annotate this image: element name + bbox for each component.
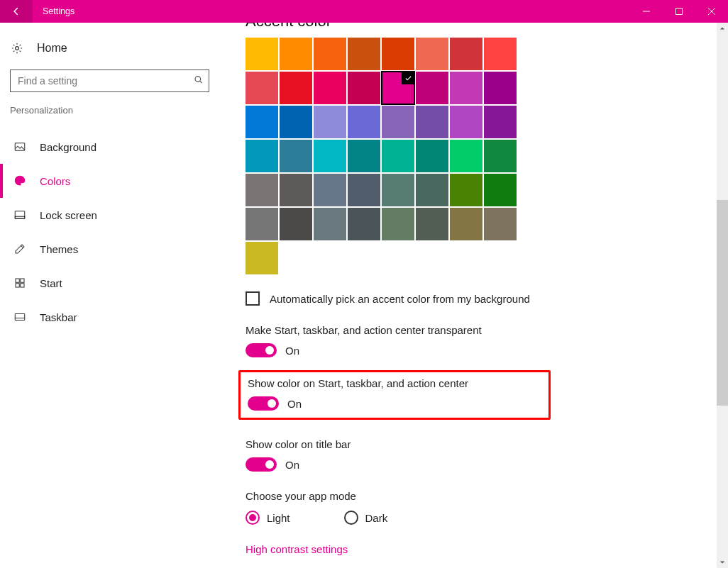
color-swatch[interactable] (382, 106, 414, 138)
color-swatch[interactable] (484, 106, 517, 138)
color-swatch[interactable] (314, 174, 346, 206)
color-swatch[interactable] (348, 174, 380, 206)
minimize-button[interactable] (630, 0, 663, 23)
sidebar-item-label: Themes (40, 243, 78, 255)
color-swatch[interactable] (348, 140, 380, 172)
sidebar-item-label: Start (40, 277, 62, 289)
color-swatch[interactable] (484, 38, 517, 70)
high-contrast-link[interactable]: High contrast settings (246, 543, 348, 555)
radio-icon (246, 511, 260, 525)
sidebar-item-taskbar[interactable]: Taskbar (0, 300, 219, 334)
svg-rect-15 (16, 284, 19, 287)
color-swatch[interactable] (246, 106, 278, 138)
scrollbar-track[interactable] (717, 23, 728, 568)
back-button[interactable] (0, 0, 33, 23)
taskbar-icon (13, 311, 27, 323)
color-swatch[interactable] (280, 106, 312, 138)
sidebar-item-label: Lock screen (40, 209, 97, 221)
color-swatch[interactable] (246, 140, 278, 172)
svg-rect-13 (16, 279, 19, 282)
app-mode-label: Choose your app mode (246, 490, 728, 502)
color-grid-extra (246, 242, 728, 274)
show-color-start-toggle[interactable] (248, 396, 279, 411)
scroll-up-icon[interactable] (717, 23, 728, 34)
color-swatch[interactable] (484, 174, 517, 206)
color-swatch[interactable] (416, 208, 448, 240)
auto-pick-label: Automatically pick an accent color from … (270, 293, 530, 305)
color-swatch[interactable] (348, 38, 380, 70)
close-button[interactable] (695, 0, 728, 23)
color-swatch[interactable] (314, 72, 346, 104)
color-swatch[interactable] (450, 106, 482, 138)
scroll-down-icon[interactable] (717, 557, 728, 568)
color-swatch[interactable] (314, 140, 346, 172)
radio-label: Dark (365, 512, 388, 524)
color-swatch[interactable] (246, 174, 278, 206)
color-swatch[interactable] (484, 140, 517, 172)
color-swatch[interactable] (450, 140, 482, 172)
color-swatch[interactable] (280, 140, 312, 172)
show-color-title-toggle[interactable] (246, 457, 277, 472)
color-swatch[interactable] (450, 174, 482, 206)
color-swatch[interactable] (484, 208, 517, 240)
auto-pick-checkbox[interactable]: Automatically pick an accent color from … (246, 291, 728, 306)
color-swatch[interactable] (450, 208, 482, 240)
color-swatch[interactable] (382, 38, 414, 70)
scrollbar-thumb[interactable] (717, 200, 728, 406)
color-swatch[interactable] (314, 106, 346, 138)
home-nav[interactable]: Home (0, 34, 219, 62)
color-swatch[interactable] (280, 174, 312, 206)
svg-rect-1 (676, 9, 683, 15)
sidebar-item-start[interactable]: Start (0, 266, 219, 300)
color-swatch[interactable] (450, 72, 482, 104)
color-swatch[interactable] (382, 208, 414, 240)
palette-icon (13, 174, 27, 187)
color-swatch[interactable] (246, 242, 278, 274)
color-swatch[interactable] (314, 38, 346, 70)
color-swatch[interactable] (416, 72, 448, 104)
svg-rect-11 (15, 211, 25, 219)
sidebar-item-lock-screen[interactable]: Lock screen (0, 198, 219, 232)
color-swatch[interactable] (348, 72, 380, 104)
color-swatch[interactable] (450, 38, 482, 70)
color-swatch[interactable] (314, 208, 346, 240)
color-swatch[interactable] (382, 174, 414, 206)
svg-rect-7 (15, 143, 25, 151)
svg-rect-14 (21, 279, 24, 282)
radio-label: Light (267, 512, 290, 524)
color-swatch[interactable] (280, 208, 312, 240)
search-input[interactable] (10, 69, 209, 92)
color-swatch[interactable] (246, 208, 278, 240)
color-swatch[interactable] (246, 38, 278, 70)
accent-color-heading: Accent color (246, 23, 728, 30)
sidebar-item-colors[interactable]: Colors (0, 164, 219, 198)
color-swatch[interactable] (246, 72, 278, 104)
color-swatch[interactable] (348, 208, 380, 240)
show-color-title-state: On (285, 459, 299, 471)
color-swatch[interactable] (416, 38, 448, 70)
section-heading: Personalization (0, 102, 219, 121)
svg-rect-16 (21, 284, 24, 287)
color-swatch[interactable] (416, 174, 448, 206)
app-mode-dark[interactable]: Dark (344, 511, 388, 525)
color-swatch[interactable] (484, 72, 517, 104)
color-swatch[interactable] (382, 140, 414, 172)
color-swatch[interactable] (416, 140, 448, 172)
color-swatch[interactable] (348, 106, 380, 138)
svg-point-8 (17, 179, 18, 181)
lock-screen-icon (13, 208, 27, 221)
color-swatch[interactable] (280, 38, 312, 70)
search-box[interactable] (10, 69, 209, 92)
sidebar-item-background[interactable]: Background (0, 130, 219, 164)
show-color-title-label: Show color on title bar (246, 438, 728, 450)
sidebar-item-label: Background (40, 141, 96, 153)
transparent-toggle[interactable] (246, 343, 277, 357)
color-swatch[interactable] (416, 106, 448, 138)
sidebar-item-label: Colors (40, 175, 70, 187)
color-swatch[interactable] (382, 72, 414, 104)
themes-icon (13, 243, 27, 255)
sidebar-item-themes[interactable]: Themes (0, 232, 219, 266)
maximize-button[interactable] (663, 0, 695, 23)
color-swatch[interactable] (280, 72, 312, 104)
app-mode-light[interactable]: Light (246, 511, 290, 525)
